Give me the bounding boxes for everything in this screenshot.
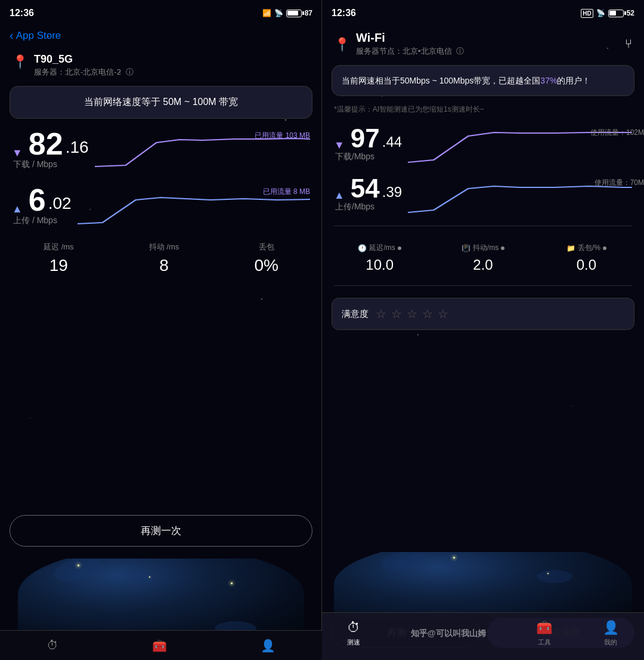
location-text: T90_5G 服务器：北京-北京电信-2 ⓘ <box>34 53 134 78</box>
download-arrow-icon: ▼ <box>12 147 23 159</box>
star-2[interactable]: ☆ <box>391 307 402 321</box>
packet-loss-stat: 丢包 0% <box>254 242 278 275</box>
download-speed-info: ▼ 82 .16 下载 / Mbps <box>12 128 89 175</box>
left-retest-button[interactable]: 再测一次 <box>10 515 312 547</box>
back-nav[interactable]: ‹ App Store <box>0 26 322 48</box>
section-divider <box>334 226 632 226</box>
right-server-name: Wi-Fi <box>356 31 464 45</box>
right-latency-value: 10.0 <box>328 257 431 273</box>
right-download-decimal: .44 <box>382 134 402 150</box>
upload-decimal: .02 <box>48 194 72 213</box>
clock-icon: 🕐 <box>358 244 367 252</box>
right-download-arrow-icon: ▼ <box>334 139 345 152</box>
watermark-text: 知乎@可以叫我山姆 <box>411 628 486 639</box>
speedtest-tab-icon[interactable]: ⏱ <box>47 639 58 652</box>
upload-speed-main: ▲ 6 .02 <box>12 184 72 215</box>
upload-unit: 上传 / Mbps <box>13 215 72 226</box>
tab-profile[interactable]: 👤 我的 <box>603 620 619 647</box>
back-chevron-icon: ‹ <box>10 29 14 42</box>
download-data-used: 已用流量 103 MB <box>255 131 310 141</box>
upload-section: ▲ 6 .02 上传 / Mbps 已用流量 8 MB <box>0 184 322 231</box>
upload-integer: 6 <box>29 184 46 215</box>
share-icon[interactable]: ⑂ <box>625 37 632 51</box>
packet-loss-value: 0% <box>254 256 278 275</box>
download-section: ▼ 82 .16 下载 / Mbps 已用流量 103 MB <box>0 128 322 175</box>
right-packet-loss-stat: 📁 丢包/% 0.0 <box>535 243 638 273</box>
download-speed-main: ▼ 82 .16 <box>12 128 89 159</box>
right-bottom-tabs: ⏱ 测速 知乎@可以叫我山姆 🧰 工具 👤 我的 <box>322 612 644 660</box>
right-upload-unit: 上传/Mbps <box>335 202 402 212</box>
profile-tab-icon[interactable]: 👤 <box>261 639 275 653</box>
tab-speedtest[interactable]: ⏱ 测速 <box>347 620 360 647</box>
folder-icon: 📁 <box>566 244 575 252</box>
latency-label: 延迟 /ms <box>44 242 74 252</box>
right-status-icons: HD 📡 52 <box>581 9 634 18</box>
right-upload-data-used: 使用流量：70M <box>595 178 644 188</box>
star-3[interactable]: ☆ <box>407 307 417 321</box>
right-latency-stat: 🕐 延迟/ms 10.0 <box>328 243 431 273</box>
left-bottom-nav: ⏱ 🧰 👤 <box>0 630 322 660</box>
battery-level: 87 <box>305 9 312 17</box>
right-packet-loss-value: 0.0 <box>535 257 638 273</box>
profile-icon: 👤 <box>603 620 619 636</box>
speedtest-icon: ⏱ <box>347 620 360 636</box>
right-panel: 12:36 HD 📡 52 📍 Wi-Fi 服务器节点：北京•北京电信 ⓘ <box>322 0 644 660</box>
latency-stat: 延迟 /ms 19 <box>44 242 74 275</box>
tools-icon: 🧰 <box>536 620 552 636</box>
ai-hint: *温馨提示：AI智能测速已为您缩短1s测速时长~ <box>322 102 644 121</box>
server-sub: 服务器：北京-北京电信-2 ⓘ <box>34 67 134 78</box>
right-upload-integer: 54 <box>351 175 380 202</box>
right-download-data-used: 使用流量：102M <box>590 128 644 138</box>
left-panel: 12:36 📶 📡 87 ‹ App Store 📍 T90_5G 服务器：北京… <box>0 0 322 660</box>
stars-row[interactable]: ☆ ☆ ☆ ☆ ☆ <box>376 307 448 321</box>
right-upload-speed-info: ▲ 54 .39 上传/Mbps <box>334 175 402 217</box>
packet-dot <box>603 246 606 250</box>
right-wifi-icon: 📡 <box>596 9 605 17</box>
battery-icon <box>286 10 302 17</box>
speedtest-tab-label: 测速 <box>347 638 360 647</box>
hd-icon: HD <box>581 9 593 18</box>
star-1[interactable]: ☆ <box>376 307 386 321</box>
right-download-speed-main: ▼ 97 .44 <box>334 125 402 152</box>
right-server-sub: 服务器节点：北京•北京电信 ⓘ <box>356 46 464 57</box>
left-status-bar: 12:36 📶 📡 87 <box>0 0 322 26</box>
right-header: 📍 Wi-Fi 服务器节点：北京•北京电信 ⓘ ⑂ <box>322 26 644 65</box>
server-name: T90_5G <box>34 53 134 66</box>
star-4[interactable]: ☆ <box>422 307 433 321</box>
right-download-speed-info: ▼ 97 .44 下载/Mbps <box>334 125 402 167</box>
download-decimal: .16 <box>66 138 89 157</box>
latency-dot <box>398 246 401 250</box>
right-jitter-value: 2.0 <box>431 257 534 273</box>
right-status-bar: 12:36 HD 📡 52 <box>322 0 644 26</box>
left-time: 12:36 <box>10 8 34 18</box>
jitter-value: 8 <box>149 256 179 275</box>
right-location-icon: 📍 <box>334 37 350 53</box>
right-speed-banner: 当前网速相当于50Mbps ~ 100Mbps带宽，已超越全国37%的用户！ <box>332 65 634 96</box>
right-info-icon[interactable]: ⓘ <box>456 47 464 55</box>
left-status-icons: 📶 📡 87 <box>262 9 312 17</box>
star-5[interactable]: ☆ <box>438 307 448 321</box>
right-latency-label: 🕐 延迟/ms <box>328 243 431 253</box>
tab-tools[interactable]: 🧰 工具 <box>536 620 552 647</box>
upload-speed-info: ▲ 6 .02 上传 / Mbps <box>12 184 72 231</box>
back-nav-label: App Store <box>16 30 61 42</box>
right-upload-arrow-icon: ▲ <box>334 189 345 202</box>
right-upload-decimal: .39 <box>382 184 402 201</box>
right-earth-section <box>322 552 644 618</box>
right-jitter-stat: 📳 抖动/ms 2.0 <box>431 243 534 273</box>
right-download-section: ▼ 97 .44 下载/Mbps 使用流量：102M <box>322 125 644 167</box>
right-stats-row: 🕐 延迟/ms 10.0 📳 抖动/ms 2.0 📁 丢包/% <box>322 235 644 279</box>
download-unit: 下载 / Mbps <box>13 159 89 170</box>
wifi-icon: 📡 <box>274 9 283 17</box>
banner-highlight: 37% <box>540 76 557 85</box>
jitter-label: 抖动 /ms <box>149 242 179 252</box>
jitter-stat: 抖动 /ms 8 <box>149 242 179 275</box>
profile-tab-label: 我的 <box>604 638 617 647</box>
tools-tab-icon[interactable]: 🧰 <box>152 639 167 653</box>
right-download-integer: 97 <box>351 125 380 152</box>
vibrate-icon: 📳 <box>462 244 470 252</box>
info-icon[interactable]: ⓘ <box>126 67 134 76</box>
right-battery-level: 52 <box>627 9 634 17</box>
right-jitter-label: 📳 抖动/ms <box>431 243 534 253</box>
upload-data-used: 已用流量 8 MB <box>263 187 310 197</box>
